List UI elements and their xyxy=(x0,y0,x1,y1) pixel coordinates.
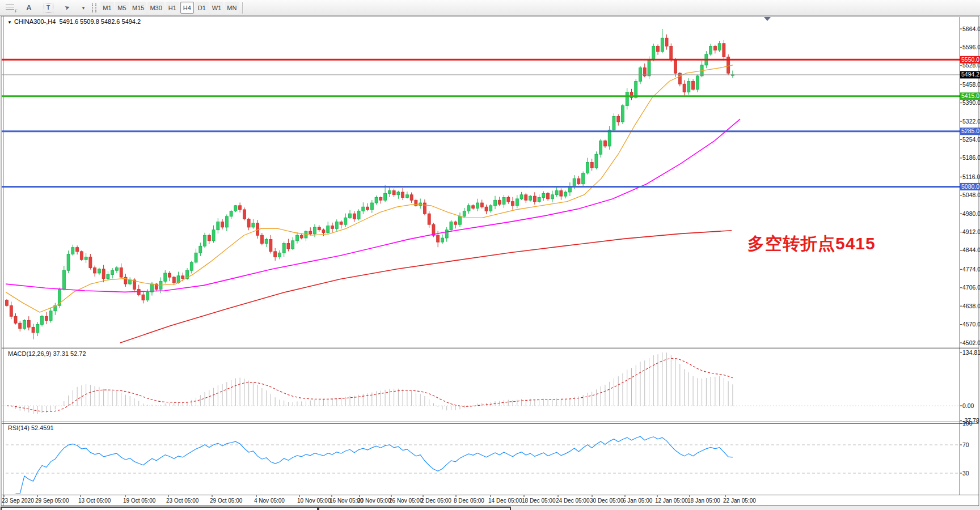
x-axis-date-label: 24 Dec 05:00 xyxy=(556,498,590,504)
timeframe-h4[interactable]: H4 xyxy=(180,2,194,14)
arrows-tool-button[interactable]: ➤ xyxy=(58,1,77,14)
x-axis-date-label: 23 Sep 2020 xyxy=(2,498,34,504)
y-axis-tick: 4844.0 xyxy=(962,246,980,253)
svg-text:5285.0: 5285.0 xyxy=(961,128,979,134)
y-axis-tick: 5186.0 xyxy=(962,154,980,161)
arrows-icon: ➤ xyxy=(64,3,71,12)
macd-indicator-label: MACD(12,26,9) 37.31 52.72 xyxy=(8,350,86,357)
y-axis-tick: 4980.0 xyxy=(962,210,980,217)
x-axis-date-label: 22 Jan 05:00 xyxy=(723,498,756,504)
macd-axis-tick: 134.81 xyxy=(962,349,980,356)
timeframe-d1[interactable]: D1 xyxy=(195,2,209,14)
x-axis-date-label: 8 Dec 05:00 xyxy=(454,498,484,504)
y-axis-tick: 5254.0 xyxy=(962,136,980,143)
y-axis-tick: 5596.0 xyxy=(962,44,980,50)
x-axis-date-label: 12 Jan 05:00 xyxy=(655,498,688,504)
toolbar-separator xyxy=(242,2,243,14)
y-axis-tick: 5458.0 xyxy=(962,81,980,88)
quote-ohlc-values: 5491.6 5509.8 5482.6 5494.2 xyxy=(59,18,141,25)
scroll-to-end-icon[interactable] xyxy=(764,17,771,21)
timeframe-mn[interactable]: MN xyxy=(225,2,239,14)
bottom-window-edge xyxy=(0,506,980,510)
bottom-window-2 xyxy=(318,507,511,510)
macd-axis-tick: 0.00 xyxy=(962,402,974,409)
y-axis-tick: 5116.0 xyxy=(962,173,980,180)
svg-text:5550.0: 5550.0 xyxy=(961,56,979,63)
font-tool-button[interactable]: A xyxy=(20,1,38,14)
quote-collapse-icon[interactable]: ▼ xyxy=(7,20,12,25)
y-axis-tick: 5390.0 xyxy=(962,99,980,106)
svg-text:5494.2: 5494.2 xyxy=(961,71,979,78)
fibonacci-icon xyxy=(6,5,14,11)
x-axis-date-label: 30 Dec 05:00 xyxy=(590,498,624,504)
macd-signal-line xyxy=(7,358,733,411)
candlestick-series[interactable] xyxy=(6,29,734,339)
timeframe-m1[interactable]: M1 xyxy=(100,2,114,14)
x-axis-date-label: 29 Sep 05:00 xyxy=(35,498,69,504)
fibonacci-tool-button[interactable]: F xyxy=(1,1,19,14)
rsi-axis-tick: 70 xyxy=(962,441,969,448)
svg-text:5415.0: 5415.0 xyxy=(961,92,979,99)
timeframe-m30[interactable]: M30 xyxy=(147,2,164,14)
toolbar: F A T ➤ ▾ M1 M5 M15 M30 H1 H4 D1 W1 MN xyxy=(0,0,980,16)
y-axis-tick: 4502.0 xyxy=(962,339,980,346)
quote-symbol: CHINA300-,H4 xyxy=(14,18,56,25)
toolbar-group-handle[interactable] xyxy=(92,3,96,12)
x-axis-date-label: 26 Nov 05:00 xyxy=(389,498,423,504)
x-axis-date-label: 2 Dec 05:00 xyxy=(421,498,451,504)
rsi-axis-tick: 100 xyxy=(962,420,973,427)
ma-slow-line[interactable] xyxy=(120,231,732,343)
chart-text-annotation[interactable]: 多空转折点5415 xyxy=(747,232,876,256)
rsi-indicator-label: RSI(14) 52.4591 xyxy=(8,424,54,431)
y-axis-tick: 4912.0 xyxy=(962,228,980,235)
font-icon: A xyxy=(26,3,31,12)
timeframe-h1[interactable]: H1 xyxy=(166,2,179,14)
x-axis-date-label: 10 Nov 05:00 xyxy=(297,498,331,504)
x-axis-date-label: 29 Oct 05:00 xyxy=(210,498,243,504)
timeframe-w1[interactable]: W1 xyxy=(210,2,224,14)
y-axis-tick: 4706.0 xyxy=(962,284,980,291)
y-axis-tick: 4638.0 xyxy=(962,303,980,309)
mt4-application: { "toolbar": { "tools": [ {"glyph": "F",… xyxy=(0,0,980,510)
text-label-tool-button[interactable]: T xyxy=(39,1,57,14)
y-axis-tick: 5322.0 xyxy=(962,118,980,125)
x-axis-date-label: 14 Dec 05:00 xyxy=(488,498,522,504)
macd-histogram xyxy=(7,352,733,414)
rsi-axis-tick: 30 xyxy=(962,470,969,477)
x-axis-date-label: 4 Nov 05:00 xyxy=(254,498,285,504)
arrows-dropdown-button[interactable]: ▾ xyxy=(78,1,89,14)
text-label-icon: T xyxy=(44,3,53,12)
x-axis-date-label: 23 Oct 05:00 xyxy=(166,498,199,504)
x-axis-date-label: 13 Oct 05:00 xyxy=(78,498,111,504)
x-axis-date-label: 18 Jan 05:00 xyxy=(687,498,720,504)
bottom-window-1 xyxy=(1,507,318,510)
chart-window-border xyxy=(1,16,979,506)
quote-line: ▼CHINA300-,H4 5491.6 5509.8 5482.6 5494.… xyxy=(7,18,141,25)
ma-fast-line[interactable] xyxy=(6,65,733,312)
x-axis-date-label: 20 Nov 05:00 xyxy=(357,498,391,504)
y-axis-tick: 4774.0 xyxy=(962,266,980,273)
y-axis-tick: 5048.0 xyxy=(962,192,980,198)
x-axis-date-label: 19 Oct 05:00 xyxy=(123,498,156,504)
timeframe-m15[interactable]: M15 xyxy=(130,2,146,14)
y-axis-tick: 4570.0 xyxy=(962,321,980,328)
x-axis-date-label: 6 Jan 05:00 xyxy=(623,498,653,504)
timeframe-m5[interactable]: M5 xyxy=(115,2,129,14)
x-axis-date-label: 18 Dec 05:00 xyxy=(522,498,556,504)
fibonacci-icon-letter: F xyxy=(15,8,18,14)
svg-text:5080.0: 5080.0 xyxy=(961,183,979,190)
y-axis-tick: 5664.0 xyxy=(962,26,980,32)
